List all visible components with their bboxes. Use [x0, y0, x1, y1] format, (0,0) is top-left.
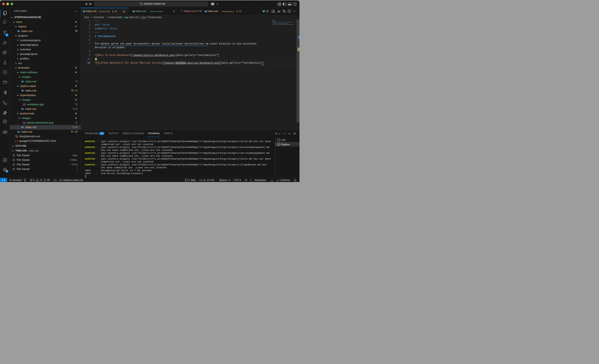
- svg-text:abc: abc: [142, 17, 145, 18]
